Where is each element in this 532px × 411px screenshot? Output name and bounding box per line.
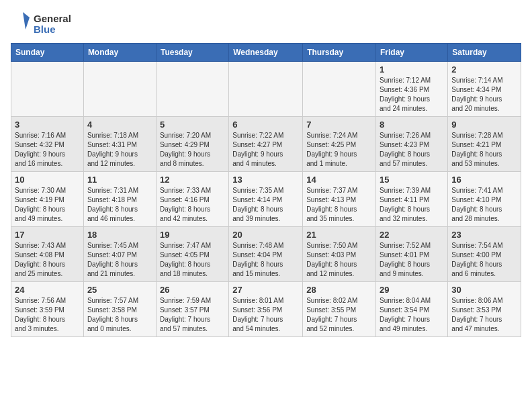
day-number: 26: [160, 285, 225, 295]
calendar-day-cell: [11, 62, 84, 117]
day-number: 25: [87, 285, 152, 295]
day-number: 2: [451, 64, 517, 75]
calendar-day-cell: 5Sunrise: 7:20 AM Sunset: 4:29 PM Daylig…: [156, 117, 228, 172]
day-number: 12: [160, 175, 225, 185]
day-info: Sunrise: 7:56 AM Sunset: 3:59 PM Dayligh…: [15, 296, 80, 334]
day-number: 1: [380, 64, 444, 75]
day-number: 22: [380, 230, 444, 240]
calendar-day-cell: 2Sunrise: 7:14 AM Sunset: 4:34 PM Daylig…: [448, 62, 521, 117]
day-info: Sunrise: 7:31 AM Sunset: 4:18 PM Dayligh…: [87, 186, 152, 224]
calendar-day-cell: [303, 62, 376, 117]
calendar-day-cell: 29Sunrise: 8:04 AM Sunset: 3:54 PM Dayli…: [376, 282, 448, 337]
day-info: Sunrise: 7:30 AM Sunset: 4:19 PM Dayligh…: [15, 186, 80, 224]
calendar-day-cell: 15Sunrise: 7:39 AM Sunset: 4:11 PM Dayli…: [376, 172, 448, 227]
day-number: 8: [380, 120, 444, 130]
day-info: Sunrise: 7:37 AM Sunset: 4:13 PM Dayligh…: [306, 186, 372, 224]
calendar-day-cell: [229, 62, 303, 117]
day-info: Sunrise: 7:14 AM Sunset: 4:34 PM Dayligh…: [451, 76, 517, 113]
day-number: 24: [15, 285, 80, 295]
calendar-day-cell: 30Sunrise: 8:06 AM Sunset: 3:53 PM Dayli…: [448, 282, 521, 337]
calendar-day-cell: 27Sunrise: 8:01 AM Sunset: 3:56 PM Dayli…: [229, 282, 303, 337]
day-info: Sunrise: 7:12 AM Sunset: 4:36 PM Dayligh…: [380, 76, 444, 113]
day-number: 7: [306, 120, 372, 130]
day-number: 16: [451, 175, 517, 185]
day-info: Sunrise: 7:24 AM Sunset: 4:25 PM Dayligh…: [306, 131, 372, 169]
calendar-day-cell: 8Sunrise: 7:26 AM Sunset: 4:23 PM Daylig…: [376, 117, 448, 172]
calendar-day-cell: 6Sunrise: 7:22 AM Sunset: 4:27 PM Daylig…: [229, 117, 303, 172]
day-info: Sunrise: 7:16 AM Sunset: 4:32 PM Dayligh…: [15, 131, 80, 169]
day-number: 3: [15, 120, 80, 130]
day-info: Sunrise: 7:48 AM Sunset: 4:04 PM Dayligh…: [232, 241, 299, 279]
day-number: 30: [451, 285, 517, 295]
calendar-day-cell: 23Sunrise: 7:54 AM Sunset: 4:00 PM Dayli…: [448, 227, 521, 282]
weekday-header-cell: Wednesday: [229, 44, 303, 62]
calendar-day-cell: 12Sunrise: 7:33 AM Sunset: 4:16 PM Dayli…: [156, 172, 228, 227]
svg-marker-0: [23, 12, 30, 30]
calendar-table: SundayMondayTuesdayWednesdayThursdayFrid…: [11, 43, 521, 337]
logo-general-text: General: [34, 13, 71, 25]
calendar-day-cell: 10Sunrise: 7:30 AM Sunset: 4:19 PM Dayli…: [11, 172, 84, 227]
day-number: 15: [380, 175, 444, 185]
calendar-day-cell: 22Sunrise: 7:52 AM Sunset: 4:01 PM Dayli…: [376, 227, 448, 282]
day-number: 28: [306, 285, 372, 295]
day-number: 29: [380, 285, 444, 295]
weekday-header-cell: Friday: [376, 44, 448, 62]
calendar-day-cell: 17Sunrise: 7:43 AM Sunset: 4:08 PM Dayli…: [11, 227, 84, 282]
calendar-day-cell: 19Sunrise: 7:47 AM Sunset: 4:05 PM Dayli…: [156, 227, 228, 282]
weekday-header-row: SundayMondayTuesdayWednesdayThursdayFrid…: [11, 44, 521, 62]
day-number: 14: [306, 175, 372, 185]
calendar-day-cell: 3Sunrise: 7:16 AM Sunset: 4:32 PM Daylig…: [11, 117, 84, 172]
calendar-day-cell: 24Sunrise: 7:56 AM Sunset: 3:59 PM Dayli…: [11, 282, 84, 337]
day-number: 18: [87, 230, 152, 240]
day-number: 21: [306, 230, 372, 240]
day-info: Sunrise: 8:02 AM Sunset: 3:55 PM Dayligh…: [306, 296, 372, 334]
day-info: Sunrise: 7:35 AM Sunset: 4:14 PM Dayligh…: [232, 186, 299, 224]
weekday-header-cell: Thursday: [303, 44, 376, 62]
day-info: Sunrise: 7:20 AM Sunset: 4:29 PM Dayligh…: [160, 131, 225, 169]
calendar-body: 1Sunrise: 7:12 AM Sunset: 4:36 PM Daylig…: [11, 62, 521, 337]
calendar-week-row: 3Sunrise: 7:16 AM Sunset: 4:32 PM Daylig…: [11, 117, 521, 172]
day-number: 9: [451, 120, 517, 130]
logo-container: General Blue: [11, 11, 71, 38]
day-info: Sunrise: 8:04 AM Sunset: 3:54 PM Dayligh…: [380, 296, 444, 334]
day-info: Sunrise: 7:28 AM Sunset: 4:21 PM Dayligh…: [451, 131, 517, 169]
calendar-day-cell: 25Sunrise: 7:57 AM Sunset: 3:58 PM Dayli…: [83, 282, 156, 337]
day-info: Sunrise: 7:43 AM Sunset: 4:08 PM Dayligh…: [15, 241, 80, 279]
day-number: 17: [15, 230, 80, 240]
logo-blue-text: Blue: [34, 24, 71, 36]
calendar-week-row: 17Sunrise: 7:43 AM Sunset: 4:08 PM Dayli…: [11, 227, 521, 282]
logo-text-block: General Blue: [34, 13, 71, 36]
calendar-day-cell: [83, 62, 156, 117]
day-number: 10: [15, 175, 80, 185]
day-number: 23: [451, 230, 517, 240]
day-info: Sunrise: 7:26 AM Sunset: 4:23 PM Dayligh…: [380, 131, 444, 169]
day-info: Sunrise: 7:59 AM Sunset: 3:57 PM Dayligh…: [160, 296, 225, 334]
calendar-day-cell: 4Sunrise: 7:18 AM Sunset: 4:31 PM Daylig…: [83, 117, 156, 172]
day-info: Sunrise: 7:52 AM Sunset: 4:01 PM Dayligh…: [380, 241, 444, 279]
day-number: 19: [160, 230, 225, 240]
day-number: 13: [232, 175, 299, 185]
calendar-day-cell: 7Sunrise: 7:24 AM Sunset: 4:25 PM Daylig…: [303, 117, 376, 172]
calendar-week-row: 10Sunrise: 7:30 AM Sunset: 4:19 PM Dayli…: [11, 172, 521, 227]
weekday-header-cell: Sunday: [11, 44, 84, 62]
page-header: General Blue: [11, 11, 521, 38]
calendar-day-cell: 21Sunrise: 7:50 AM Sunset: 4:03 PM Dayli…: [303, 227, 376, 282]
day-number: 20: [232, 230, 299, 240]
day-number: 11: [87, 175, 152, 185]
day-info: Sunrise: 7:54 AM Sunset: 4:00 PM Dayligh…: [451, 241, 517, 279]
day-info: Sunrise: 7:47 AM Sunset: 4:05 PM Dayligh…: [160, 241, 225, 279]
day-number: 27: [232, 285, 299, 295]
day-number: 5: [160, 120, 225, 130]
day-number: 4: [87, 120, 152, 130]
logo-svg: [11, 11, 31, 35]
calendar-week-row: 1Sunrise: 7:12 AM Sunset: 4:36 PM Daylig…: [11, 62, 521, 117]
calendar-day-cell: 18Sunrise: 7:45 AM Sunset: 4:07 PM Dayli…: [83, 227, 156, 282]
weekday-header-cell: Saturday: [448, 44, 521, 62]
day-info: Sunrise: 8:06 AM Sunset: 3:53 PM Dayligh…: [451, 296, 517, 334]
day-info: Sunrise: 7:33 AM Sunset: 4:16 PM Dayligh…: [160, 186, 225, 224]
calendar-day-cell: 14Sunrise: 7:37 AM Sunset: 4:13 PM Dayli…: [303, 172, 376, 227]
calendar-day-cell: 20Sunrise: 7:48 AM Sunset: 4:04 PM Dayli…: [229, 227, 303, 282]
day-info: Sunrise: 7:50 AM Sunset: 4:03 PM Dayligh…: [306, 241, 372, 279]
calendar-day-cell: 11Sunrise: 7:31 AM Sunset: 4:18 PM Dayli…: [83, 172, 156, 227]
logo-shape: [11, 11, 31, 38]
